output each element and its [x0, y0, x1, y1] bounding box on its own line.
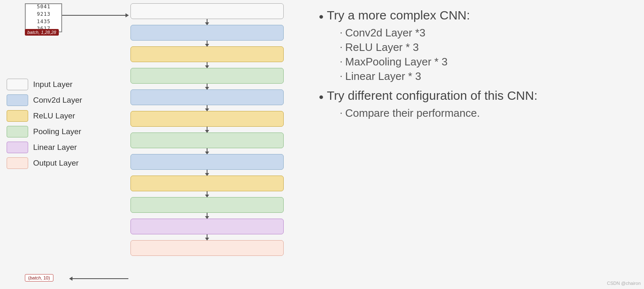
arrow-3	[207, 84, 207, 89]
legend-label-text: Input Layer	[33, 80, 72, 89]
sub-bullet-dot: •	[340, 111, 342, 116]
sub-bullets-0: •Conv2d Layer *3•ReLU Layer * 3•MaxPooli…	[340, 26, 627, 84]
sub-bullets-1: •Compare their performance.	[340, 107, 627, 121]
layer-conv2d-7	[130, 154, 284, 170]
input-arrow	[62, 15, 128, 16]
sub-bullet-0-2: •MaxPooling Layer * 3	[340, 55, 627, 68]
sub-bullet-1-0: •Compare their performance.	[340, 107, 627, 120]
sub-bullet-text: Linear Layer * 3	[345, 70, 422, 83]
legend-color-box	[7, 110, 28, 122]
sub-bullet-dot: •	[340, 74, 342, 79]
sub-bullet-dot: •	[340, 60, 342, 64]
arrow-0	[207, 19, 207, 25]
legend-label-text: ReLU Layer	[33, 111, 75, 120]
batch-label-top: batch, 1,28,28	[25, 29, 59, 36]
arrow-4	[207, 105, 207, 111]
layer-relu-5	[130, 111, 284, 127]
arrow-8	[207, 191, 207, 197]
sub-bullet-0-3: •Linear Layer * 3	[340, 70, 627, 83]
legend-item-linear-layer: Linear Layer	[7, 142, 82, 153]
watermark: CSDN @chairon	[607, 281, 641, 286]
arrow-1	[207, 41, 207, 46]
legend: Input LayerConv2d LayerReLU LayerPooling…	[7, 79, 82, 169]
legend-color-box	[7, 157, 28, 169]
legend-item-pooling-layer: Pooling Layer	[7, 126, 82, 137]
bullet-dot: •	[319, 90, 323, 104]
legend-color-box	[7, 126, 28, 137]
bullet-text: Try a more complex CNN:	[327, 8, 470, 22]
layer-pooling-9	[130, 197, 284, 213]
arrow-7	[207, 170, 207, 176]
layer-conv2d-4	[130, 89, 284, 105]
layer-relu-2	[130, 46, 284, 62]
output-arrow	[70, 278, 128, 279]
legend-label-text: Pooling Layer	[33, 127, 81, 136]
layer-output-11	[130, 240, 284, 256]
batch-label-bottom: (batch, 10)	[25, 274, 53, 282]
layer-linear-10	[130, 219, 284, 234]
sub-bullet-0-1: •ReLU Layer * 3	[340, 41, 627, 54]
bullet-dot: •	[319, 10, 323, 23]
layer-pooling-3	[130, 68, 284, 84]
legend-item-conv2d-layer: Conv2d Layer	[7, 94, 82, 106]
arrow-5	[207, 127, 207, 132]
legend-label-text: Conv2d Layer	[33, 96, 82, 105]
sub-bullet-0-0: •Conv2d Layer *3	[340, 26, 627, 39]
layer-relu-8	[130, 176, 284, 191]
layer-conv2d-1	[130, 25, 284, 41]
main-bullet-1: •Try different configuration of this CNN…	[319, 89, 627, 104]
arrow-10	[207, 234, 207, 240]
mnist-grid: 5041 9213 1435 3617	[37, 3, 50, 32]
main-bullet-0: •Try a more complex CNN:	[319, 8, 627, 23]
left-panel: 5041 9213 1435 3617 batch, 1,28,28 Input…	[0, 0, 302, 289]
network-column	[128, 3, 286, 256]
legend-label-text: Output Layer	[33, 159, 79, 168]
legend-item-input-layer: Input Layer	[7, 79, 82, 90]
legend-color-box	[7, 94, 28, 106]
sub-bullet-text: Compare their performance.	[345, 107, 480, 120]
sub-bullet-text: MaxPooling Layer * 3	[345, 55, 448, 68]
right-panel: •Try a more complex CNN:•Conv2d Layer *3…	[302, 0, 644, 289]
legend-item-relu-layer: ReLU Layer	[7, 110, 82, 122]
legend-label-text: Linear Layer	[33, 143, 77, 152]
legend-color-box	[7, 142, 28, 153]
sub-bullet-dot: •	[340, 45, 342, 50]
sub-bullet-text: Conv2d Layer *3	[345, 26, 426, 39]
arrow-2	[207, 62, 207, 68]
legend-item-output-layer: Output Layer	[7, 157, 82, 169]
bullet-text: Try different configuration of this CNN:	[327, 89, 538, 103]
arrow-9	[207, 213, 207, 219]
layer-input-0	[130, 3, 284, 19]
sub-bullet-text: ReLU Layer * 3	[345, 41, 419, 54]
layer-pooling-6	[130, 132, 284, 148]
arrow-6	[207, 148, 207, 154]
legend-color-box	[7, 79, 28, 90]
sub-bullet-dot: •	[340, 31, 342, 35]
mnist-image: 5041 9213 1435 3617	[25, 3, 62, 32]
